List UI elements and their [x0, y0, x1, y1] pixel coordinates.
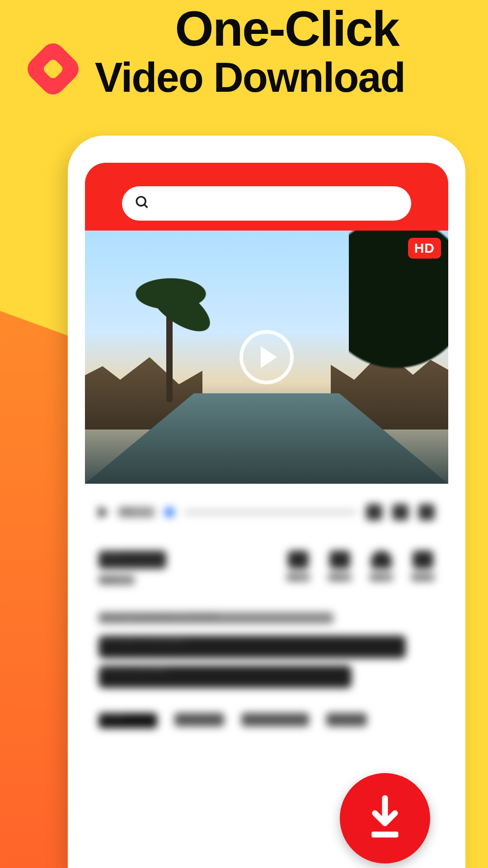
seek-track[interactable] [184, 510, 356, 514]
action-add[interactable]: Add [286, 551, 310, 581]
detail-tabs: Up next Details Transcript Related [99, 713, 435, 728]
headline-line-2: Video Download [95, 56, 479, 99]
share-icon [413, 551, 433, 569]
action-label: Add [286, 573, 310, 581]
video-title-block: Supasorn Suwajanakorn at TED2018 Fake vi… [99, 612, 435, 688]
search-field[interactable] [157, 196, 399, 211]
svg-rect-2 [371, 831, 398, 837]
views-label: Views [99, 575, 135, 585]
action-label: Rate [328, 573, 352, 581]
phone-screen: HD 0:00 44,107 Views Add [85, 163, 448, 868]
tab-up-next[interactable]: Up next [99, 713, 157, 728]
pip-icon[interactable] [418, 504, 435, 520]
video-thumbnail[interactable]: HD [85, 231, 448, 484]
phone-mockup: HD 0:00 44,107 Views Add [68, 136, 465, 868]
hd-badge: HD [408, 238, 441, 259]
action-rate[interactable]: Rate [328, 551, 352, 581]
video-subheading: Supasorn Suwajanakorn at TED2018 [99, 612, 333, 624]
svg-line-1 [144, 204, 147, 208]
tab-transcript[interactable]: Transcript [241, 713, 309, 726]
player-controls[interactable]: 0:00 [99, 496, 435, 528]
play-icon[interactable] [99, 506, 108, 519]
tab-details[interactable]: Details [174, 713, 224, 726]
views-value: 44,107 [99, 551, 166, 569]
action-like[interactable]: Like [370, 551, 393, 581]
video-details-area: 0:00 44,107 Views Add Ra [85, 484, 448, 728]
play-button[interactable] [239, 330, 294, 384]
app-header [85, 163, 448, 231]
heart-icon [371, 551, 392, 569]
headline-line-1: One-Click [95, 2, 479, 55]
fullscreen-icon[interactable] [392, 504, 408, 520]
volume-icon[interactable] [366, 504, 382, 520]
promo-headline: One-Click Video Download [95, 2, 479, 99]
video-title-line-1: Fake videos of real people — [99, 636, 406, 658]
svg-point-0 [136, 197, 145, 206]
views-block: 44,107 Views [99, 551, 166, 585]
download-button[interactable] [340, 773, 430, 863]
action-share[interactable]: Share [411, 551, 435, 581]
action-label: Like [370, 573, 393, 581]
add-icon [288, 551, 309, 569]
diamond-logo-icon [23, 38, 83, 99]
playback-time: 0:00 [118, 507, 155, 518]
tab-related[interactable]: Related [326, 713, 367, 726]
search-icon [135, 195, 150, 212]
seek-thumb[interactable] [164, 507, 174, 517]
video-meta-row: 44,107 Views Add Rate Like [99, 551, 435, 585]
action-label: Share [411, 573, 435, 581]
search-input[interactable] [122, 186, 411, 221]
download-icon [365, 795, 405, 842]
video-title-line-2: and how to spot them [99, 665, 352, 688]
scenery-palm-tree [166, 285, 173, 402]
thumbs-up-icon [329, 551, 350, 569]
